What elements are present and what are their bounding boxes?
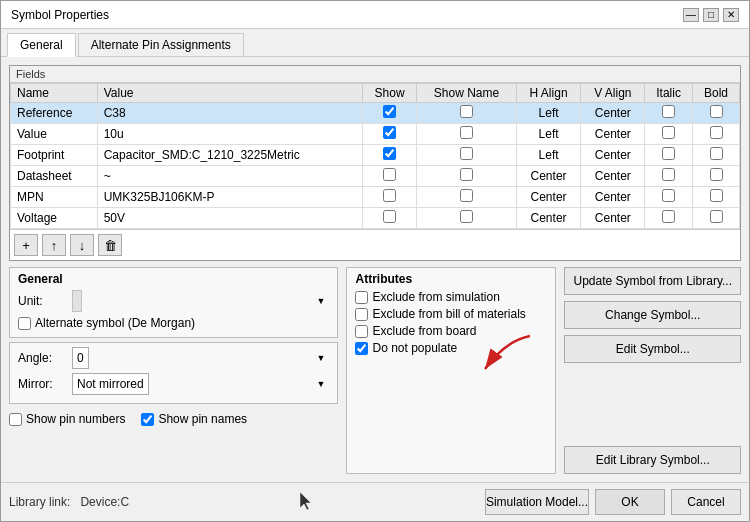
field-v-align-cell: Center [581,145,645,166]
mirror-select[interactable]: Not mirrored [72,373,149,395]
exclude-board-label: Exclude from board [372,324,476,338]
add-field-button[interactable]: + [14,234,38,256]
fields-group-label: Fields [10,66,740,83]
do-not-populate-label: Do not populate [372,341,457,355]
table-row[interactable]: FootprintCapacitor_SMD:C_1210_3225Metric… [11,145,740,166]
field-show-cell[interactable] [362,103,417,124]
table-row[interactable]: Voltage50VCenterCenter [11,208,740,229]
field-show-checkbox[interactable] [383,189,396,202]
delete-field-button[interactable]: 🗑 [98,234,122,256]
field-italic-checkbox[interactable] [662,189,675,202]
field-name-cell: Voltage [11,208,98,229]
angle-select[interactable]: 0 [72,347,89,369]
field-value-cell: ~ [97,166,362,187]
field-show-name-checkbox[interactable] [460,168,473,181]
field-show-checkbox[interactable] [383,210,396,223]
field-show-checkbox[interactable] [383,105,396,118]
field-italic-checkbox[interactable] [662,147,675,160]
red-arrow-icon [475,331,535,381]
cancel-button[interactable]: Cancel [671,489,741,515]
field-bold-cell[interactable] [693,145,740,166]
field-show-name-checkbox[interactable] [460,147,473,160]
field-show-name-checkbox[interactable] [460,105,473,118]
update-symbol-button[interactable]: Update Symbol from Library... [564,267,741,295]
field-show-name-cell[interactable] [417,103,516,124]
alternate-symbol-checkbox[interactable] [18,317,31,330]
close-button[interactable]: ✕ [723,8,739,22]
field-italic-cell[interactable] [645,166,693,187]
field-value-cell: UMK325BJ106KM-P [97,187,362,208]
col-bold: Bold [693,84,740,103]
field-bold-checkbox[interactable] [710,147,723,160]
exclude-simulation-checkbox[interactable] [355,291,368,304]
field-show-checkbox[interactable] [383,147,396,160]
show-pin-names-checkbox[interactable] [141,413,154,426]
svg-marker-1 [300,492,311,510]
exclude-bom-checkbox[interactable] [355,308,368,321]
change-symbol-button[interactable]: Change Symbol... [564,301,741,329]
field-show-cell[interactable] [362,124,417,145]
field-show-checkbox[interactable] [383,168,396,181]
field-italic-cell[interactable] [645,208,693,229]
minimize-button[interactable]: — [683,8,699,22]
unit-select-wrapper [72,290,329,312]
window-controls: — □ ✕ [683,8,739,22]
field-italic-checkbox[interactable] [662,105,675,118]
table-row[interactable]: Value10uLeftCenter [11,124,740,145]
unit-select[interactable] [72,290,82,312]
field-show-cell[interactable] [362,208,417,229]
field-show-cell[interactable] [362,145,417,166]
field-show-name-cell[interactable] [417,187,516,208]
field-bold-cell[interactable] [693,208,740,229]
field-show-name-cell[interactable] [417,145,516,166]
move-down-button[interactable]: ↓ [70,234,94,256]
field-bold-cell[interactable] [693,187,740,208]
table-row[interactable]: MPNUMK325BJ106KM-PCenterCenter [11,187,740,208]
tab-alternate-pin[interactable]: Alternate Pin Assignments [78,33,244,56]
do-not-populate-checkbox[interactable] [355,342,368,355]
edit-symbol-button[interactable]: Edit Symbol... [564,335,741,363]
field-show-cell[interactable] [362,187,417,208]
field-show-name-cell[interactable] [417,166,516,187]
fields-group: Fields Name Value Show Show Name H Align… [9,65,741,261]
field-show-name-cell[interactable] [417,208,516,229]
field-show-name-checkbox[interactable] [460,189,473,202]
field-bold-checkbox[interactable] [710,105,723,118]
exclude-board-checkbox[interactable] [355,325,368,338]
field-bold-checkbox[interactable] [710,210,723,223]
show-pin-numbers-checkbox[interactable] [9,413,22,426]
field-bold-checkbox[interactable] [710,189,723,202]
field-italic-cell[interactable] [645,103,693,124]
maximize-button[interactable]: □ [703,8,719,22]
field-bold-checkbox[interactable] [710,168,723,181]
field-italic-cell[interactable] [645,145,693,166]
move-up-button[interactable]: ↑ [42,234,66,256]
field-bold-checkbox[interactable] [710,126,723,139]
field-italic-cell[interactable] [645,187,693,208]
field-name-cell: Datasheet [11,166,98,187]
table-row[interactable]: ReferenceC38LeftCenter [11,103,740,124]
field-italic-checkbox[interactable] [662,126,675,139]
fields-table: Name Value Show Show Name H Align V Alig… [10,83,740,229]
field-bold-cell[interactable] [693,124,740,145]
simulation-model-button[interactable]: Simulation Model... [485,489,589,515]
general-section: General Unit: Alternate symbol (De Morga… [9,267,338,338]
library-link-label: Library link: [9,495,70,509]
show-pin-names-label: Show pin names [158,412,247,426]
field-show-name-checkbox[interactable] [460,210,473,223]
table-row[interactable]: Datasheet~CenterCenter [11,166,740,187]
tab-bar: General Alternate Pin Assignments [1,29,749,57]
field-bold-cell[interactable] [693,103,740,124]
field-show-name-checkbox[interactable] [460,126,473,139]
field-show-checkbox[interactable] [383,126,396,139]
field-show-cell[interactable] [362,166,417,187]
field-italic-cell[interactable] [645,124,693,145]
ok-button[interactable]: OK [595,489,665,515]
field-italic-checkbox[interactable] [662,210,675,223]
col-italic: Italic [645,84,693,103]
edit-library-symbol-button[interactable]: Edit Library Symbol... [564,446,741,474]
field-italic-checkbox[interactable] [662,168,675,181]
field-bold-cell[interactable] [693,166,740,187]
tab-general[interactable]: General [7,33,76,57]
field-show-name-cell[interactable] [417,124,516,145]
